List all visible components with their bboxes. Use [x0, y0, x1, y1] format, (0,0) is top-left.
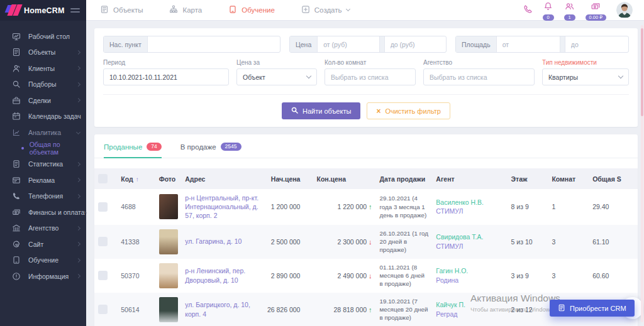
table-row[interactable]: 50370 р-н Ленинский, пер. Дворцовый, д. …	[94, 259, 638, 293]
rooms-value: 1	[548, 189, 589, 225]
agency-link[interactable]: Родина	[436, 276, 503, 285]
sale-date: 29.10.2021 (4 года 3 месяца 1 день в про…	[376, 189, 433, 225]
table-row[interactable]: 4688 р-н Центральный, пр-кт. Интернацион…	[94, 189, 638, 225]
clients-button[interactable]: 1	[564, 2, 575, 21]
filter-panel: Нас. пункт Цена Площадь Период	[94, 28, 638, 127]
object-photo[interactable]	[159, 263, 178, 288]
sidebar-item-education[interactable]: Обучение	[0, 253, 86, 269]
period-input[interactable]	[109, 73, 223, 81]
header-floor[interactable]: Этаж	[508, 168, 548, 189]
trend-arrow-icon: ↑	[369, 306, 372, 313]
table-row[interactable]: 41338 ул. Гагарина, д. 10 2 500 000 2 30…	[94, 225, 638, 259]
sidebar-item-finance[interactable]: Финансы и оплата	[0, 204, 86, 220]
main-content: Нас. пункт Цена Площадь Период	[86, 21, 644, 326]
agent-link[interactable]: Гагин Н.О.	[436, 266, 503, 276]
nav-item-education[interactable]: Обучение	[228, 5, 275, 15]
find-objects-button[interactable]: Найти объекты	[282, 102, 360, 119]
brand-name[interactable]: HomeCRM	[24, 6, 65, 15]
chevron-down-icon	[76, 130, 80, 134]
row-checkbox[interactable]	[98, 237, 108, 246]
object-address-link[interactable]: ул. Багрицкого, д. 10, корп. 4	[185, 300, 259, 318]
tab-sold[interactable]: Проданные 74	[104, 143, 162, 158]
select-all-checkbox[interactable]	[98, 174, 108, 183]
area-range-field: Площадь	[455, 36, 629, 53]
area-label: Площадь	[456, 36, 497, 52]
area-to-input[interactable]	[565, 41, 628, 48]
property-type-select[interactable]: Квартиры	[542, 68, 629, 85]
notifications-button[interactable]: 0	[543, 2, 554, 21]
object-code: 41338	[117, 225, 155, 259]
calendar-icon	[11, 112, 21, 121]
sidebar-subitem-objects-summary[interactable]: Общая по объектам	[0, 141, 86, 156]
sidebar-item-deals[interactable]: Сделки	[0, 92, 86, 109]
object-address-link[interactable]: р-н Ленинский, пер. Дворцовый, д. 10	[185, 266, 259, 284]
row-checkbox[interactable]	[98, 271, 108, 280]
price-to-input[interactable]	[385, 41, 446, 48]
chevron-right-icon	[76, 194, 80, 198]
header-address[interactable]: Адрес	[181, 168, 263, 189]
agency-label: Агентство	[423, 59, 535, 66]
agency-select[interactable]: Выбрать из списка	[423, 68, 535, 85]
sidebar-item-site[interactable]: Сайт	[0, 236, 86, 253]
sidebar-item-clients[interactable]: Клиенты	[0, 60, 86, 77]
row-checkbox[interactable]	[98, 202, 108, 212]
sidebar-item-desktop[interactable]: Рабочий стол	[0, 28, 86, 45]
clients-icon	[11, 63, 21, 73]
sidebar-item-selections[interactable]: Подборы	[0, 77, 86, 93]
area-from-input[interactable]	[497, 41, 560, 48]
agent-link[interactable]: Василенко Н.В.	[436, 198, 503, 207]
people-icon	[565, 2, 574, 14]
user-avatar[interactable]	[616, 2, 633, 18]
price-from-input[interactable]	[318, 41, 379, 48]
hamburger-menu-icon[interactable]	[70, 8, 80, 12]
agency-link[interactable]: Реград	[436, 310, 503, 319]
header-area[interactable]: Общая S	[589, 168, 638, 189]
agent-link[interactable]: Свиридова Т.А.	[436, 232, 503, 242]
object-address-link[interactable]: р-н Центральный, пр-кт. Интернациональны…	[185, 193, 259, 220]
close-icon: ×	[376, 107, 380, 116]
row-checkbox[interactable]	[98, 305, 108, 314]
agent-link[interactable]: Кайчук П.	[436, 300, 503, 310]
sidebar-item-agency[interactable]: Агентство	[0, 220, 86, 237]
object-photo[interactable]	[159, 229, 178, 254]
balance-button[interactable]: 0.00 ₽	[586, 2, 606, 21]
sale-date: 19.10.2021 (7 месяцев 20 дней в продаже)	[376, 293, 433, 326]
end-price-cell: 1 220 000 ↑	[304, 189, 375, 225]
scrollbar-thumb[interactable]	[641, 28, 643, 116]
sidebar-item-analytics[interactable]: Аналитика	[0, 124, 86, 141]
price-per-select[interactable]: Объект	[236, 68, 317, 85]
rooms-label: Кол-во комнат	[325, 59, 416, 66]
phone-button[interactable]	[523, 2, 533, 16]
header-agent[interactable]: Агент	[432, 168, 507, 189]
sold-count-badge: 74	[147, 143, 161, 151]
sidebar-item-ads[interactable]: Реклама	[0, 172, 86, 188]
chevron-right-icon	[76, 98, 80, 102]
rooms-select[interactable]: Выбрать из списка	[325, 68, 416, 85]
header-rooms[interactable]: Комнат	[548, 168, 589, 189]
sidebar-item-information[interactable]: Информация	[0, 268, 86, 285]
header-end-price[interactable]: Кон.цена	[304, 168, 375, 189]
homecrm-logo-icon[interactable]	[5, 4, 21, 17]
nav-item-objects[interactable]: Объекты	[100, 5, 143, 15]
tab-on-sale[interactable]: В продаже 2545	[180, 143, 242, 158]
finance-icon	[11, 207, 21, 217]
clear-filter-button[interactable]: × Очистить фильтр	[367, 102, 450, 119]
object-address-link[interactable]: ул. Гагарина, д. 10	[185, 237, 259, 246]
chevron-down-icon	[618, 73, 623, 79]
settlement-input[interactable]	[148, 41, 280, 48]
object-photo[interactable]	[159, 297, 178, 322]
chevron-right-icon	[76, 82, 80, 87]
agency-link[interactable]: СТИМУЛ	[436, 207, 503, 216]
sidebar-item-telephony[interactable]: Телефония	[0, 188, 86, 205]
agency-link[interactable]: СТИМУЛ	[436, 242, 503, 251]
sidebar-item-task-calendar[interactable]: Календарь задач	[0, 109, 86, 125]
nav-item-map[interactable]: Карта	[169, 5, 202, 15]
header-code[interactable]: Код↑	[117, 168, 155, 189]
header-sale-date[interactable]: Дата продажи	[376, 168, 433, 189]
buy-crm-button[interactable]: Приобрести CRM	[550, 300, 635, 317]
nav-item-create[interactable]: Создать	[301, 5, 350, 15]
sidebar-item-statistics[interactable]: Статистика	[0, 156, 86, 173]
header-start-price[interactable]: Нач.цена	[263, 168, 304, 189]
object-photo[interactable]	[159, 194, 178, 219]
sidebar-item-objects[interactable]: Объекты	[0, 45, 86, 61]
